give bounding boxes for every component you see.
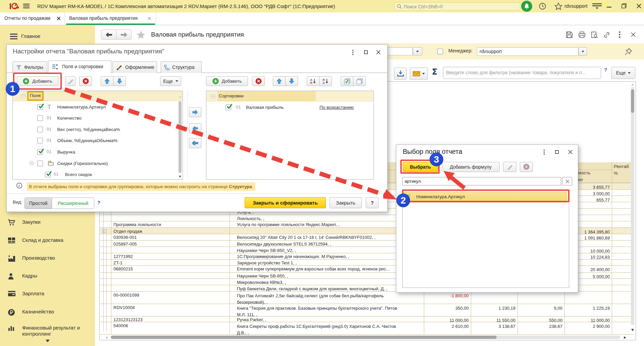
step-badge-1: 1 — [6, 82, 19, 96]
annotation-arrows — [0, 0, 644, 346]
step-badge-3: 3 — [430, 153, 443, 166]
step-badge-2: 2 — [396, 193, 410, 207]
application-window: RDV Маркет RM-KA-MODEL / 1С:Комплексная … — [0, 0, 644, 346]
